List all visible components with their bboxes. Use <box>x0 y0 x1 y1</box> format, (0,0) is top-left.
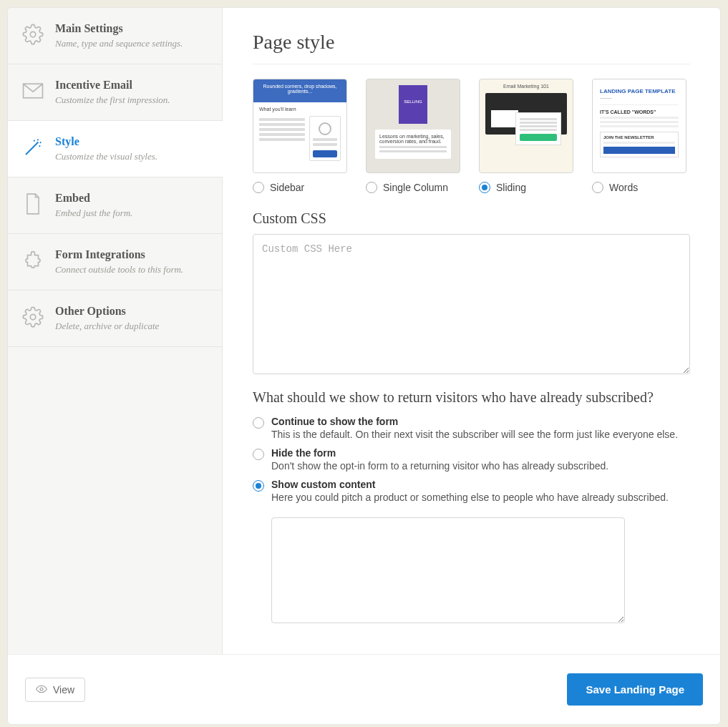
style-label[interactable]: Words <box>609 182 638 193</box>
option-title: Show custom content <box>271 479 669 490</box>
sidebar-nav: Main Settings Name, type and sequence se… <box>8 8 223 654</box>
style-thumb-sidebar[interactable]: Rounded corners, drop shadows, gradients… <box>253 79 347 173</box>
option-title: Continue to show the form <box>271 416 678 427</box>
option-desc: Here you could pitch a product or someth… <box>271 492 669 503</box>
sidebar-item-style[interactable]: Style Customize the visual styles. <box>8 121 223 177</box>
thumb-header: Email Marketing 101 <box>480 84 573 89</box>
option-radio-hide[interactable] <box>253 449 264 460</box>
nav-title: Style <box>55 135 209 148</box>
option-desc: Don't show the opt-in form to a returnin… <box>271 460 608 472</box>
style-options: Rounded corners, drop shadows, gradients… <box>253 79 690 193</box>
style-radio-sliding[interactable] <box>479 182 490 193</box>
sidebar-item-main-settings[interactable]: Main Settings Name, type and sequence se… <box>8 8 222 64</box>
nav-subtitle: Customize the first impression. <box>55 94 209 106</box>
nav-subtitle: Name, type and sequence settings. <box>55 38 209 49</box>
gear-icon <box>21 305 45 329</box>
style-thumb-sliding[interactable]: Email Marketing 101 <box>479 79 573 173</box>
sidebar-item-embed[interactable]: Embed Embed just the form. <box>8 177 222 234</box>
view-label: View <box>53 684 74 696</box>
page-icon <box>21 192 45 216</box>
option-radio-custom[interactable] <box>253 480 264 492</box>
puzzle-icon <box>21 248 45 273</box>
nav-title: Other Options <box>55 305 209 318</box>
option-custom[interactable]: Show custom content Here you could pitch… <box>253 479 690 503</box>
style-radio-single-column[interactable] <box>366 182 377 193</box>
save-landing-page-button[interactable]: Save Landing Page <box>567 673 703 706</box>
view-button[interactable]: View <box>25 678 85 702</box>
main-content: Page style Rounded corners, drop shadows… <box>223 8 720 654</box>
nav-subtitle: Customize the visual styles. <box>55 151 209 162</box>
svg-point-2 <box>30 314 36 320</box>
style-thumb-words[interactable]: LANDING PAGE TEMPLATE ──── IT'S CALLED "… <box>592 79 686 173</box>
style-label[interactable]: Sidebar <box>270 182 304 193</box>
thumb-subtitle: IT'S CALLED "WORDS" <box>600 109 679 114</box>
nav-title: Main Settings <box>55 22 209 35</box>
option-hide[interactable]: Hide the form Don't show the opt-in form… <box>253 447 690 472</box>
gear-icon <box>21 22 45 47</box>
nav-title: Form Integrations <box>55 248 209 261</box>
thumb-heading: What you'll learn <box>259 107 341 112</box>
option-title: Hide the form <box>271 447 608 459</box>
style-label[interactable]: Sliding <box>496 182 526 193</box>
option-desc: This is the default. On their next visit… <box>271 429 678 440</box>
thumb-title: LANDING PAGE TEMPLATE <box>600 88 679 94</box>
footer: View Save Landing Page <box>8 654 720 724</box>
custom-css-input[interactable] <box>253 234 690 374</box>
page-title: Page style <box>253 31 690 64</box>
nav-title: Embed <box>55 192 209 205</box>
nav-subtitle: Connect outside tools to this form. <box>55 264 209 275</box>
nav-title: Incentive Email <box>55 79 209 92</box>
return-visitors-question: What should we show to return visitors w… <box>253 389 690 406</box>
sidebar-item-incentive-email[interactable]: Incentive Email Customize the first impr… <box>8 64 222 121</box>
envelope-icon <box>21 79 45 103</box>
thumb-book: SELLING <box>399 85 427 124</box>
custom-css-heading: Custom CSS <box>253 210 690 227</box>
style-thumb-single-column[interactable]: SELLING Lessons on marketing, sales, con… <box>366 79 460 173</box>
svg-point-3 <box>40 688 43 691</box>
custom-content-input[interactable] <box>271 517 625 623</box>
nav-subtitle: Embed just the form. <box>55 208 209 219</box>
nav-subtitle: Delete, archive or duplicate <box>55 321 209 332</box>
svg-point-0 <box>30 31 36 37</box>
sidebar-item-form-integrations[interactable]: Form Integrations Connect outside tools … <box>8 234 222 291</box>
thumb-join: JOIN THE NEWSLETTER <box>603 135 675 140</box>
wand-icon <box>21 135 45 160</box>
eye-icon <box>36 684 47 696</box>
style-label[interactable]: Single Column <box>383 182 448 193</box>
option-continue[interactable]: Continue to show the form This is the de… <box>253 416 690 440</box>
sidebar-item-other-options[interactable]: Other Options Delete, archive or duplica… <box>8 291 222 347</box>
style-radio-words[interactable] <box>592 182 603 193</box>
thumb-banner: Rounded corners, drop shadows, gradients… <box>253 79 346 102</box>
style-radio-sidebar[interactable] <box>253 182 264 193</box>
option-radio-continue[interactable] <box>253 417 264 429</box>
thumb-text: Lessons on marketing, sales, conversion … <box>379 134 445 144</box>
